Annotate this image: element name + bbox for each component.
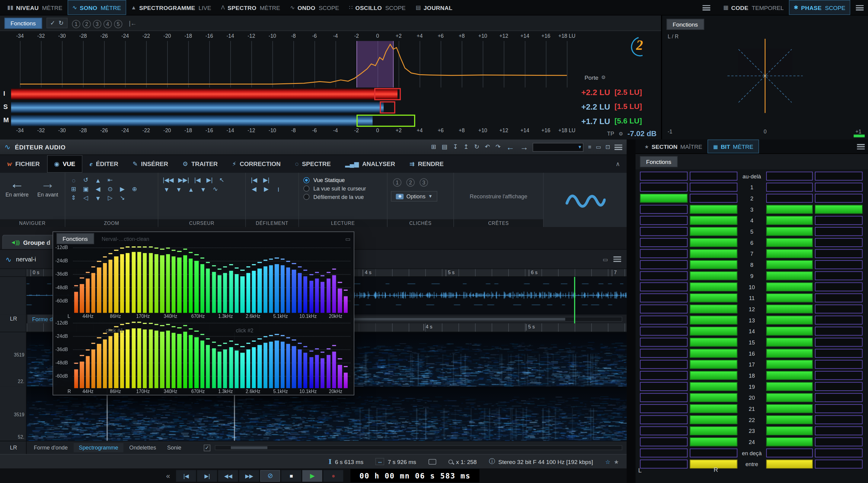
snapshot-button-4[interactable]: 4 [103, 20, 112, 28]
rebuild-display-button[interactable]: Reconstruire l'affichage [457, 175, 539, 217]
clip-menu-icon[interactable] [613, 256, 621, 262]
sync-icon[interactable]: ↻ [474, 143, 479, 151]
meters-menu-icon[interactable] [703, 5, 710, 10]
tab-codetemporel[interactable]: ▦CODETEMPOREL [718, 0, 789, 15]
ribbon-collapse-icon[interactable]: ∧ [609, 160, 627, 168]
options-button[interactable]: Options▼ [391, 191, 438, 202]
scroll-end-icon[interactable]: ▶| [262, 177, 270, 184]
preset-star-icon[interactable]: ★ [614, 458, 619, 465]
lecture-option-1[interactable]: Vue Statique [303, 177, 382, 183]
navigate-forward-button[interactable]: →En avant [34, 175, 62, 217]
snapshot-slot-2[interactable]: 2 [406, 178, 415, 187]
zoom-reset-icon[interactable]: ⇤ [106, 177, 114, 184]
zoomed-scroll-thumb[interactable] [231, 446, 268, 449]
tab-bitmètre[interactable]: ▦BITMÈTRE [708, 140, 759, 153]
popup-window-icon[interactable]: ▭ [345, 236, 350, 241]
rewind-button[interactable]: ◀◀ [218, 470, 238, 482]
display-mode[interactable] [428, 459, 436, 464]
editor-menu-icon[interactable] [615, 144, 622, 150]
view-tab-spectrogramme[interactable]: Spectrogramme [74, 443, 123, 452]
tab-sectionmaître[interactable]: ★SECTIONMAÎTRE [639, 140, 708, 153]
view-tab-formedonde[interactable]: Forme d'onde [29, 443, 73, 452]
zoom-window-icon[interactable]: ▣ [82, 185, 90, 192]
scroll-right-icon[interactable]: ▶ [262, 185, 270, 192]
snapshot-button-2[interactable]: 2 [83, 20, 91, 28]
playhead-cursor[interactable] [574, 277, 575, 323]
zoom-auto-icon[interactable]: ⊕ [131, 185, 138, 192]
nav-back-icon[interactable]: ← [506, 142, 515, 152]
view-tab-ondelettes[interactable]: Ondelettes [124, 443, 161, 452]
zoom-next-icon[interactable]: ▷ [106, 194, 114, 202]
editor-title-bar[interactable]: ∿ ÉDITEUR AUDIO ⊞▤↧↥↻↶↷←→ ≡ ▭ ⊡ [0, 140, 626, 155]
check-icon[interactable]: ✓ [50, 19, 55, 27]
nav-forward-icon[interactable]: → [520, 142, 528, 152]
group-tab[interactable]: ◄))) Groupe d [2, 235, 59, 249]
zoom-fit-icon[interactable]: ↘ [119, 194, 126, 202]
minimize-icon[interactable]: ▭ [596, 144, 601, 150]
selection-length[interactable]: ↔7 s 926 ms [375, 458, 416, 465]
export-icon[interactable]: ↥ [464, 143, 469, 151]
titlebar-combobox[interactable] [533, 143, 584, 151]
cursor-next-icon[interactable]: ▶| [206, 177, 214, 184]
clip-minimize-icon[interactable]: ▭ [603, 256, 608, 262]
overview-scroll-thumb[interactable] [350, 318, 565, 321]
list-icon[interactable]: ≡ [588, 144, 592, 150]
channel-link-checkbox[interactable]: ✓ [204, 444, 210, 451]
menu-tab-vue[interactable]: ◉VUE [47, 155, 83, 173]
overview-scrollbar[interactable] [331, 317, 622, 322]
cursor-down-icon[interactable]: ▼ [199, 186, 207, 192]
favorite-icon[interactable]: ☆ [605, 458, 610, 465]
menu-tab-traiter[interactable]: ⚙TRAITER [175, 155, 225, 173]
loop-button[interactable]: ⊘ [260, 470, 280, 482]
menu-tab-analyser[interactable]: ▂▄▆ANALYSER [338, 155, 402, 173]
menu-tab-correction[interactable]: ⚡CORRECTION [225, 155, 288, 173]
cursor-wave-icon[interactable]: ∿ [212, 185, 219, 192]
tab-oscilloscope[interactable]: ∷OSCILLOSCOPE [344, 0, 411, 15]
zoomed-scrollbar[interactable] [215, 445, 622, 450]
tab-journal[interactable]: ▤JOURNAL [410, 0, 457, 15]
zoom-ratio[interactable]: x 1: 258 [448, 458, 476, 465]
refresh-icon[interactable]: ↻ [59, 19, 64, 27]
phasescope-functions-button[interactable]: Fonctions [666, 19, 704, 30]
cursor-position[interactable]: I6 s 613 ms [329, 458, 363, 465]
functions-button[interactable]: Fonctions [4, 18, 42, 29]
tab-spectrogrammelive[interactable]: ▲SPECTROGRAMMELIVE [126, 0, 216, 15]
menu-tab-rendre[interactable]: ⇉RENDRE [402, 155, 451, 173]
lecture-option-3[interactable]: Défilement de la vue [303, 194, 382, 200]
view-tab-sonie[interactable]: Sonie [162, 443, 186, 452]
tab-spectromètre[interactable]: ΛSPECTROMÈTRE [216, 0, 285, 15]
lecture-option-2[interactable]: La vue suit le curseur [303, 185, 382, 191]
zoom-lens-icon[interactable]: ⊙ [106, 185, 114, 192]
transport-collapse-icon[interactable]: « [166, 472, 170, 480]
import-icon[interactable]: ↧ [453, 143, 458, 151]
cursor-drop1-icon[interactable]: ▼ [163, 186, 170, 192]
menu-tab-spectre[interactable]: ◌SPECTRE [288, 155, 338, 173]
menu-tab-éditer[interactable]: eÉDITER [83, 155, 125, 173]
zoom-free-icon[interactable]: ◌ [70, 177, 78, 184]
bitmeter-menu-icon[interactable] [857, 144, 865, 149]
truepeak-settings-icon[interactable]: ⚙ [619, 131, 623, 137]
scroll-left-icon[interactable]: ◀ [250, 185, 258, 192]
tab-phasescope[interactable]: ✱PHASESCOPE [788, 0, 850, 15]
record-button[interactable]: ● [323, 470, 343, 482]
cursor-pointer-icon[interactable]: ↖ [218, 177, 226, 184]
zoom-selection-icon[interactable]: ⊞ [70, 185, 78, 192]
snapshot-button-3[interactable]: 3 [93, 20, 101, 28]
zoom-right-icon[interactable]: ▶ [119, 185, 126, 192]
menu-tab-fichier[interactable]: wFICHIER [0, 155, 47, 173]
phasescope-menu-icon[interactable] [856, 5, 864, 10]
forward-button[interactable]: ▶▶ [239, 470, 259, 482]
snapshot-slot-1[interactable]: 1 [393, 178, 401, 187]
scroll-start-icon[interactable]: |◀ [250, 177, 258, 184]
gate-settings-icon[interactable]: ⚙ [601, 75, 606, 80]
play-button[interactable]: ▶ [302, 470, 322, 482]
snapshot-button-1[interactable]: 1 [72, 20, 80, 28]
cursor-up-icon[interactable]: ▲ [187, 186, 195, 192]
tab-ondoscope[interactable]: ∿ONDOSCOPE [285, 0, 344, 15]
tab-niveaumètre[interactable]: ▮▮NIVEAUMÈTRE [2, 0, 67, 15]
popup-functions-button[interactable]: Fonctions [56, 233, 94, 244]
maximize-icon[interactable]: ⊡ [606, 144, 610, 150]
snapshot-slot-3[interactable]: 3 [420, 178, 428, 187]
zoom-down-icon[interactable]: ▼ [94, 195, 102, 201]
add-file-icon[interactable]: ⊞ [431, 143, 436, 151]
